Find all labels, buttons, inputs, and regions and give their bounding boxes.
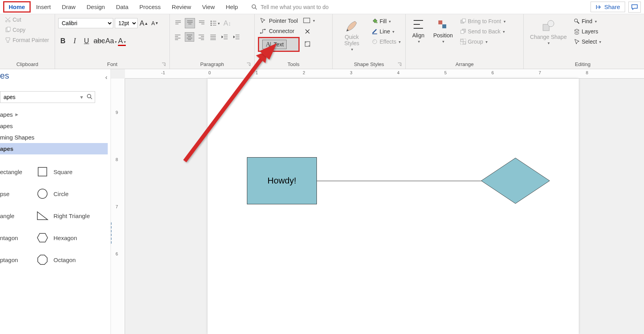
align-top-center-button[interactable] [185, 18, 195, 28]
brush-icon [5, 37, 11, 43]
comments-button[interactable] [628, 2, 641, 13]
shape-styles-dialog-launcher-icon[interactable] [397, 62, 402, 67]
svg-point-28 [548, 20, 554, 27]
italic-button[interactable]: I [70, 37, 79, 45]
share-button[interactable]: Share [591, 2, 625, 12]
align-center-button[interactable] [185, 32, 194, 42]
search-icon[interactable] [85, 94, 95, 101]
shape-stencil-row[interactable]: angle Right Triangle [0, 205, 110, 227]
align-label: Align [412, 32, 424, 39]
bullets-button[interactable]: ▾ [210, 18, 219, 28]
svg-rect-25 [463, 42, 466, 44]
ruler-number: 8 [116, 157, 118, 162]
collapse-panel-button[interactable]: ‹ [105, 74, 107, 81]
find-label: Find [581, 18, 592, 24]
svg-rect-5 [7, 27, 10, 31]
underline-button[interactable]: U [82, 37, 91, 45]
svg-point-6 [210, 21, 212, 22]
tab-insert[interactable]: Insert [31, 1, 57, 13]
increase-indent-button[interactable] [232, 32, 241, 42]
align-top-left-button[interactable] [173, 18, 183, 28]
format-painter-button[interactable]: Format Painter [3, 36, 51, 44]
shape-label: pse [0, 191, 31, 197]
tab-review[interactable]: Review [166, 1, 197, 13]
drawing-page[interactable]: Howdy! [208, 79, 579, 334]
layers-label: Layers [581, 28, 598, 35]
position-dropdown-button[interactable]: Position▾ [430, 17, 456, 45]
delete-button[interactable] [303, 27, 312, 36]
select-button[interactable]: Select▾ [572, 38, 603, 46]
find-button[interactable]: Find▾ [572, 17, 603, 25]
text-tool-button[interactable]: A Text [258, 37, 300, 52]
quick-styles-button[interactable]: Quick Styles▾ [336, 17, 368, 53]
tab-home[interactable]: Home [3, 1, 31, 13]
rectangle-tool-button[interactable]: ▾ [303, 17, 315, 24]
search-dropdown-arrow[interactable]: ▾ [79, 94, 85, 100]
tab-design[interactable]: Design [81, 1, 110, 13]
tab-view[interactable]: View [197, 1, 220, 13]
shapes-search-box[interactable]: ▾ [0, 91, 95, 103]
category-item[interactable]: apes [0, 120, 110, 132]
svg-point-9 [260, 33, 261, 34]
font-name-select[interactable]: Calibri [58, 18, 113, 28]
position-icon [437, 19, 449, 31]
category-item-selected[interactable]: apes [0, 143, 108, 154]
justify-button[interactable] [208, 32, 218, 42]
category-item[interactable]: apes▸ [0, 108, 110, 120]
line-button[interactable]: Line▾ [370, 28, 402, 35]
decision-shape[interactable] [480, 157, 550, 204]
copy-label: Copy [13, 27, 26, 33]
layers-button[interactable]: Layers [572, 28, 603, 35]
shape-stencil-row[interactable]: ectangle Square [0, 161, 110, 183]
tab-help[interactable]: Help [220, 1, 243, 13]
align-top-right-button[interactable] [197, 18, 207, 28]
cut-button[interactable]: Cut [3, 16, 51, 24]
paragraph-group-label: Paragraph [173, 61, 251, 68]
strikethrough-button[interactable]: abc [94, 37, 103, 45]
connector-tool-label: Connector [269, 28, 294, 34]
send-to-back-button[interactable]: Send to Back▾ [458, 28, 507, 35]
shape-stencil-row[interactable]: ptagon Octagon [0, 249, 110, 271]
tab-data[interactable]: Data [110, 1, 134, 13]
tab-draw[interactable]: Draw [56, 1, 81, 13]
vertical-ruler: 9 8 7 6 [111, 79, 125, 334]
pointer-icon [259, 17, 267, 24]
ruler-number: 4 [397, 70, 399, 75]
connector-line[interactable] [317, 181, 495, 181]
connector-tool-button[interactable]: Connector [258, 27, 300, 35]
text-direction-button[interactable]: A↕ [223, 18, 232, 28]
bold-button[interactable]: B [58, 37, 68, 45]
text-tool-icon: A [265, 41, 272, 48]
tab-process[interactable]: Process [134, 1, 166, 13]
fill-button[interactable]: Fill▾ [370, 17, 402, 25]
shapes-search-input[interactable] [0, 92, 79, 102]
process-shape[interactable]: Howdy! [247, 157, 317, 204]
svg-rect-33 [38, 167, 47, 176]
group-label: Group [468, 39, 483, 45]
pointer-tool-button[interactable]: Pointer Tool [258, 17, 300, 25]
align-right-button[interactable] [197, 32, 206, 42]
font-size-select[interactable]: 12pt. [115, 18, 138, 28]
tell-me-box[interactable]: Tell me what you want to do [251, 4, 591, 10]
bring-to-front-button[interactable]: Bring to Front▾ [458, 17, 507, 25]
category-item[interactable]: ming Shapes [0, 132, 110, 143]
svg-point-31 [87, 94, 91, 98]
paragraph-dialog-launcher-icon[interactable] [246, 62, 251, 67]
group-button[interactable]: Group▾ [458, 38, 507, 46]
decrease-indent-button[interactable] [220, 32, 230, 42]
shrink-font-button[interactable]: A▼ [150, 18, 160, 28]
align-left-button[interactable] [173, 32, 182, 42]
change-shape-button[interactable]: Change Shape▾ [527, 17, 570, 47]
grow-font-button[interactable]: A▲ [139, 18, 149, 28]
effects-icon [372, 39, 378, 45]
change-case-button[interactable]: Aa▾ [105, 37, 115, 45]
effects-button[interactable]: Effects▾ [370, 38, 402, 46]
font-dialog-launcher-icon[interactable] [161, 62, 166, 67]
copy-button[interactable]: Copy [3, 26, 51, 34]
align-dropdown-button[interactable]: Align▾ [409, 17, 428, 45]
shape-stencil-row[interactable]: pse Circle [0, 183, 110, 205]
size-icon [304, 40, 311, 48]
shape-stencil-row[interactable]: ntagon Hexagon [0, 227, 110, 249]
size-position-button[interactable] [303, 39, 312, 49]
font-color-button[interactable]: A▾ [117, 37, 127, 45]
